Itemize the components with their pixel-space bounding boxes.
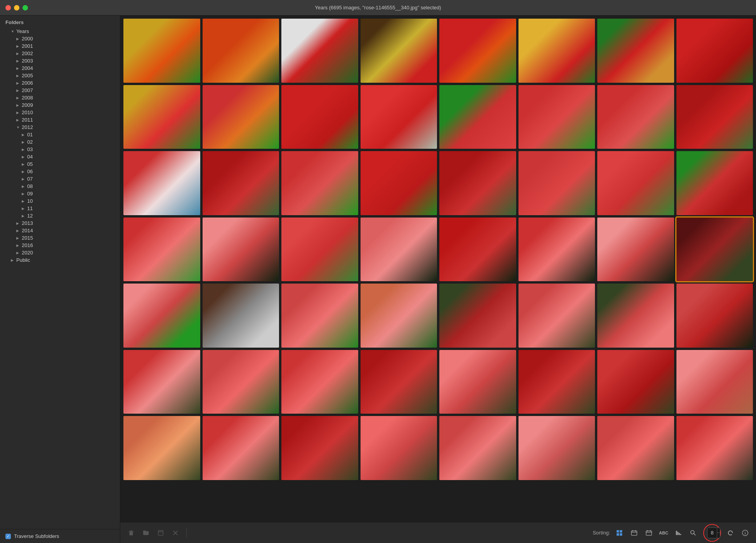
photo-cell-p13[interactable] (439, 85, 516, 149)
photo-cell-p43[interactable] (281, 350, 358, 414)
photo-cell-p50[interactable] (203, 416, 279, 480)
photo-cell-p20[interactable] (361, 151, 437, 215)
photo-cell-p55[interactable] (597, 416, 674, 480)
sort-search-button[interactable] (688, 527, 699, 538)
sidebar-item-y2016[interactable]: ▶2016 (0, 242, 120, 249)
photo-cell-p25[interactable] (123, 218, 200, 282)
photo-cell-p49[interactable] (123, 416, 200, 480)
sort-date2-button[interactable]: ↑ (643, 527, 654, 538)
sidebar-item-m12[interactable]: ▶12 (0, 212, 120, 219)
sidebar-item-y2020[interactable]: ▶2020 (0, 249, 120, 256)
size-stepper[interactable]: 8 ▲ ▼ (707, 527, 720, 538)
size-down-arrow[interactable]: ▼ (717, 533, 720, 538)
photo-cell-p2[interactable] (203, 19, 279, 83)
sort-bar-button[interactable] (673, 527, 684, 538)
minimize-button[interactable] (14, 5, 19, 10)
sidebar-item-m06[interactable]: ▶06 (0, 168, 120, 175)
photo-cell-p7[interactable] (597, 19, 674, 83)
photo-cell-p4[interactable] (361, 19, 437, 83)
sidebar-item-y2000[interactable]: ▶2000 (0, 35, 120, 42)
sidebar-item-y2003[interactable]: ▶2003 (0, 57, 120, 64)
photo-cell-p5[interactable] (439, 19, 516, 83)
photo-cell-p52[interactable] (361, 416, 437, 480)
sidebar-item-m11[interactable]: ▶11 (0, 205, 120, 212)
photo-cell-p33[interactable] (123, 284, 200, 348)
photo-cell-p23[interactable] (597, 151, 674, 215)
sidebar-item-y2015[interactable]: ▶2015 (0, 234, 120, 242)
sidebar-item-m04[interactable]: ▶04 (0, 153, 120, 160)
photo-cell-p32[interactable] (676, 218, 753, 282)
photo-cell-p38[interactable] (518, 284, 595, 348)
photo-cell-p34[interactable] (203, 284, 279, 348)
photo-cell-p1[interactable] (123, 19, 200, 83)
photo-cell-p54[interactable] (518, 416, 595, 480)
photo-cell-p28[interactable] (361, 218, 437, 282)
photo-cell-p14[interactable] (518, 85, 595, 149)
sidebar-item-y2012[interactable]: ▼2012 (0, 124, 120, 131)
sidebar-item-y2014[interactable]: ▶2014 (0, 227, 120, 234)
photo-cell-p31[interactable] (597, 218, 674, 282)
traverse-checkbox[interactable]: ✓ (5, 534, 11, 539)
photo-cell-p47[interactable] (597, 350, 674, 414)
photo-cell-p6[interactable] (518, 19, 595, 83)
sidebar-item-y2005[interactable]: ▶2005 (0, 72, 120, 79)
sidebar-item-y2007[interactable]: ▶2007 (0, 87, 120, 94)
photo-cell-p29[interactable] (439, 218, 516, 282)
sidebar-item-m02[interactable]: ▶02 (0, 138, 120, 146)
photo-cell-p41[interactable] (123, 350, 200, 414)
photo-cell-p15[interactable] (597, 85, 674, 149)
folder-button[interactable] (140, 527, 151, 538)
photo-cell-p30[interactable] (518, 218, 595, 282)
photo-cell-p45[interactable] (439, 350, 516, 414)
sidebar-item-y2006[interactable]: ▶2006 (0, 79, 120, 87)
close-button[interactable] (5, 5, 11, 10)
sidebar-item-m10[interactable]: ▶10 (0, 197, 120, 205)
photo-cell-p3[interactable] (281, 19, 358, 83)
photo-cell-p39[interactable] (597, 284, 674, 348)
sort-grid-button[interactable] (614, 527, 625, 538)
photo-cell-p8[interactable] (676, 19, 753, 83)
photo-cell-p26[interactable] (203, 218, 279, 282)
photo-cell-p11[interactable] (281, 85, 358, 149)
sidebar-item-y2004[interactable]: ▶2004 (0, 64, 120, 72)
size-up-arrow[interactable]: ▲ (717, 528, 720, 533)
sidebar-item-y2010[interactable]: ▶2010 (0, 109, 120, 116)
photo-cell-p44[interactable] (361, 350, 437, 414)
maximize-button[interactable] (23, 5, 28, 10)
photo-cell-p24[interactable] (676, 151, 753, 215)
window-button[interactable] (155, 527, 166, 538)
photo-cell-p18[interactable] (203, 151, 279, 215)
sidebar-item-m01[interactable]: ▶01 (0, 131, 120, 138)
sidebar-item-m03[interactable]: ▶03 (0, 146, 120, 153)
photo-cell-p42[interactable] (203, 350, 279, 414)
close-x-button[interactable] (170, 527, 181, 538)
sidebar-item-y2008[interactable]: ▶2008 (0, 94, 120, 101)
sidebar-tree[interactable]: ▼Years▶2000▶2001▶2002▶2003▶2004▶2005▶200… (0, 28, 120, 529)
sort-abc-button[interactable]: ABC (658, 527, 669, 538)
sidebar-item-m05[interactable]: ▶05 (0, 160, 120, 168)
photo-cell-p51[interactable] (281, 416, 358, 480)
delete-button[interactable] (126, 527, 137, 538)
sidebar-item-m08[interactable]: ▶08 (0, 183, 120, 190)
photo-cell-p35[interactable] (281, 284, 358, 348)
photo-cell-p40[interactable] (676, 284, 753, 348)
sidebar-item-y2002[interactable]: ▶2002 (0, 50, 120, 57)
sidebar-item-m07[interactable]: ▶07 (0, 175, 120, 183)
photo-cell-p27[interactable] (281, 218, 358, 282)
sidebar-item-y2001[interactable]: ▶2001 (0, 42, 120, 50)
photo-cell-p48[interactable] (676, 350, 753, 414)
sidebar-item-y2013[interactable]: ▶2013 (0, 219, 120, 227)
photo-cell-p22[interactable] (518, 151, 595, 215)
sidebar-item-m09[interactable]: ▶09 (0, 190, 120, 197)
photo-cell-p17[interactable] (123, 151, 200, 215)
photo-cell-p21[interactable] (439, 151, 516, 215)
refresh-button[interactable] (725, 527, 736, 538)
sidebar-item-public[interactable]: ▶Public (0, 256, 120, 264)
sidebar-item-years[interactable]: ▼Years (0, 28, 120, 35)
sidebar-item-y2011[interactable]: ▶2011 (0, 116, 120, 124)
info-button[interactable]: i (740, 527, 751, 538)
photo-cell-p19[interactable] (281, 151, 358, 215)
sidebar-item-y2009[interactable]: ▶2009 (0, 101, 120, 109)
photo-cell-p9[interactable] (123, 85, 200, 149)
photo-cell-p10[interactable] (203, 85, 279, 149)
